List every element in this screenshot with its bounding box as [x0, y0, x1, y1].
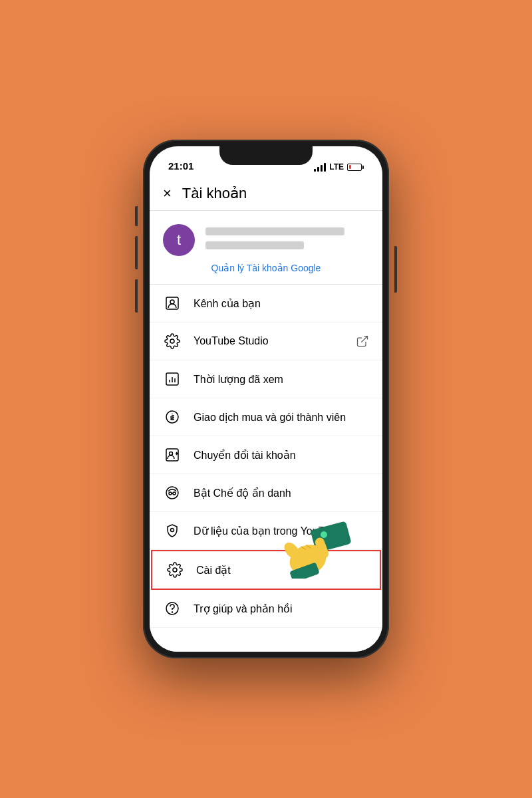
volume-silent-button: [135, 206, 138, 226]
avatar: t: [163, 224, 195, 256]
menu-item-du-lieu[interactable]: Dữ liệu của bạn trong YouTube: [150, 512, 382, 550]
menu-item-thoi-luong[interactable]: Thời lượng đã xem: [150, 360, 382, 398]
menu-label-kenh: Kênh của bạn: [194, 297, 369, 310]
menu-label-cai-dat: Cài đặt: [196, 564, 366, 577]
menu-item-an-danh[interactable]: Bật Chế độ ẩn danh: [150, 474, 382, 512]
svg-point-15: [172, 612, 173, 612]
power-button: [394, 246, 397, 293]
lte-label: LTE: [329, 162, 344, 172]
gear-icon: [166, 561, 184, 579]
battery-icon: [347, 164, 364, 171]
close-button[interactable]: ×: [163, 185, 172, 202]
menu-item-kenh[interactable]: Kênh của bạn: [150, 285, 382, 323]
menu-item-cai-dat[interactable]: Cài đặt: [151, 550, 381, 590]
notch: [219, 146, 313, 165]
page-title: Tài khoản: [182, 185, 247, 202]
help-circle-icon: [163, 599, 182, 618]
svg-point-1: [170, 300, 174, 304]
menu-item-studio[interactable]: YouTube Studio: [150, 323, 382, 360]
menu-label-an-danh: Bật Chế độ ẩn danh: [194, 487, 369, 499]
menu-label-giao-dich: Giao dịch mua và gói thành viên: [194, 411, 369, 424]
incognito-icon: [163, 483, 182, 502]
account-section: t Quản lý Tài khoản Google: [150, 211, 382, 285]
svg-point-11: [169, 492, 172, 495]
screen-content: × Tài khoản t Quản lý Tài khoản Google: [150, 176, 382, 652]
person-box-icon: [163, 294, 182, 313]
signal-icon: [314, 163, 326, 172]
menu-item-tro-giup[interactable]: Trợ giúp và phản hồi: [150, 590, 382, 628]
account-row: t: [163, 224, 369, 256]
person-switch-icon: [163, 446, 182, 464]
menu-list: Kênh của bạn YouTube Studio: [150, 285, 382, 628]
phone-frame: 21:01 LTE ×: [143, 140, 389, 658]
menu-label-studio: YouTube Studio: [194, 335, 344, 347]
external-link-icon: [356, 334, 369, 348]
status-right-icons: LTE: [314, 162, 364, 172]
menu-item-chuyen-doi[interactable]: Chuyển đổi tài khoản: [150, 436, 382, 474]
svg-point-9: [170, 452, 173, 456]
person-shield-icon: [163, 521, 182, 540]
menu-label-du-lieu: Dữ liệu của bạn trong YouTube: [194, 525, 369, 537]
menu-label-chuyen-doi: Chuyển đổi tài khoản: [194, 449, 369, 462]
svg-point-13: [171, 529, 174, 532]
menu-label-tro-giup: Trợ giúp và phản hồi: [194, 602, 369, 615]
blurred-name: [205, 227, 344, 235]
blurred-email: [205, 241, 304, 249]
dollar-circle-icon: [163, 408, 182, 426]
status-time: 21:01: [168, 160, 194, 172]
svg-point-12: [173, 492, 176, 495]
manage-google-account-link[interactable]: Quản lý Tài khoản Google: [211, 263, 321, 273]
menu-item-giao-dich[interactable]: Giao dịch mua và gói thành viên: [150, 398, 382, 436]
gear-star-icon: [163, 332, 182, 350]
menu-label-thoi-luong: Thời lượng đã xem: [194, 373, 369, 386]
page-header: × Tài khoản: [150, 176, 382, 211]
volume-up-button: [135, 236, 138, 269]
volume-down-button: [135, 279, 138, 313]
phone-screen: 21:01 LTE ×: [150, 146, 382, 652]
svg-point-10: [166, 487, 178, 499]
bar-chart-icon: [163, 370, 182, 388]
account-info: [205, 227, 369, 253]
svg-line-2: [361, 336, 367, 342]
